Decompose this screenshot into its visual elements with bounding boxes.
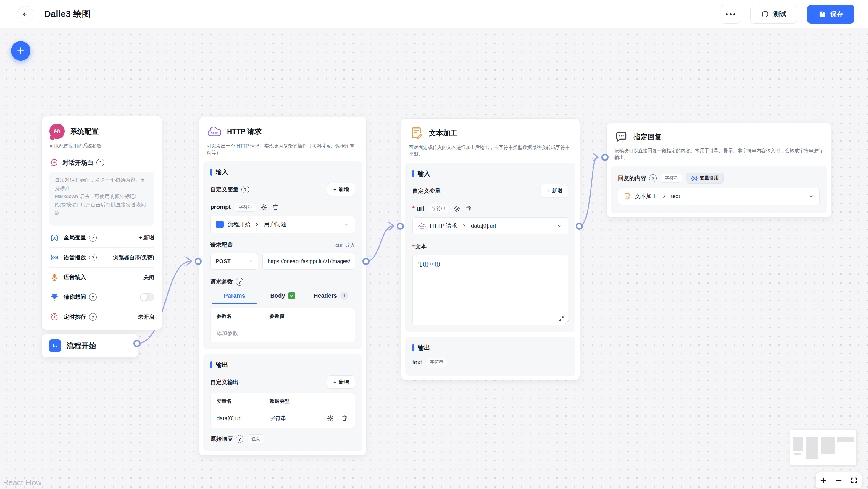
test-button-label: 测试 xyxy=(773,10,786,19)
http-output-panel: 输出 自定义输出 +新增 变量名 数据类型 data[0].url 字符串 xyxy=(203,354,362,451)
ellipsis-icon xyxy=(726,13,736,15)
variable-name: prompt xyxy=(210,204,231,210)
add-variable-button[interactable]: + 新增 xyxy=(139,234,154,241)
trash-icon[interactable] xyxy=(272,203,280,211)
node-http-request[interactable]: HTTP HTTP 请求 可以发出一个 HTTP 请求，实现更为复杂的操作（联网… xyxy=(199,117,367,456)
section-bar xyxy=(412,170,414,177)
add-variable-button[interactable]: +新增 xyxy=(540,184,568,197)
section-bar xyxy=(210,361,212,368)
more-button[interactable] xyxy=(721,5,740,24)
minimap-node xyxy=(794,453,801,455)
save-icon xyxy=(818,10,826,18)
url-reference-select[interactable]: HTTP HTTP 请求 data[0].url xyxy=(412,217,568,234)
col-param-value: 参数值 xyxy=(270,313,285,320)
voice-playback-value: 浏览器自带(免费) xyxy=(113,254,154,261)
template-variable: {{url}} xyxy=(425,260,438,267)
minimap-node xyxy=(793,437,803,451)
tab-headers[interactable]: Headers 1 xyxy=(307,292,355,304)
node-subtitle: 可以配置应用的系统参数 xyxy=(50,142,154,149)
add-output-button[interactable]: +新增 xyxy=(327,376,355,389)
help-icon[interactable]: ? xyxy=(236,278,244,286)
section-bar xyxy=(412,344,414,351)
test-button[interactable]: 测试 xyxy=(750,5,797,24)
node-subtitle: 该模块可以直接回复一段指定的内容。常用于引导、提示。非字符串内容传入时，会转成字… xyxy=(615,147,823,161)
zoom-in-button[interactable] xyxy=(817,472,830,488)
help-icon[interactable]: ? xyxy=(89,293,97,301)
text-label: 文本 xyxy=(415,243,427,251)
back-button[interactable] xyxy=(17,6,33,23)
save-button[interactable]: 保存 xyxy=(807,5,855,24)
node-system-config[interactable]: Hi 系统配置 可以配置应用的系统参数 对话开场白 ? 每次对话开始前，发送一个… xyxy=(41,116,162,330)
zoom-out-button[interactable] xyxy=(832,472,845,488)
row-scheduled-run[interactable]: 定时执行 ? 未开启 xyxy=(50,307,154,327)
check-icon xyxy=(288,292,295,299)
output-section-title: 输出 xyxy=(210,361,355,369)
handle-http-target[interactable] xyxy=(195,258,202,265)
help-icon[interactable]: ? xyxy=(236,435,244,443)
edge-arrow xyxy=(187,258,192,265)
request-params-tabs: Params Body Headers 1 xyxy=(210,292,355,304)
help-icon[interactable]: ? xyxy=(89,313,97,321)
flow-canvas[interactable]: Hi 系统配置 可以配置应用的系统参数 对话开场白 ? 每次对话开始前，发送一个… xyxy=(0,28,868,489)
http-input-panel: 输入 自定义变量 ? +新增 prompt 字符串 xyxy=(203,161,362,349)
expand-icon[interactable] xyxy=(558,316,564,322)
node-specified-reply[interactable]: 指定回复 该模块可以直接回复一段指定的内容。常用于引导、提示。非字符串内容传入时… xyxy=(607,123,831,218)
fit-view-button[interactable] xyxy=(847,472,861,488)
section-bar xyxy=(210,168,212,175)
react-flow-attribution: React Flow xyxy=(3,478,41,487)
chevron-right-icon xyxy=(462,223,467,229)
svg-text:HTTP: HTTP xyxy=(420,226,424,227)
row-voice-playback[interactable]: 语音播放 ? 浏览器自带(免费) xyxy=(50,248,154,267)
request-params-label: 请求参数 xyxy=(210,278,233,286)
tab-body[interactable]: Body xyxy=(258,292,307,304)
help-icon[interactable]: ? xyxy=(89,254,97,261)
custom-output-label: 自定义输出 xyxy=(210,379,239,386)
add-variable-button[interactable]: +新增 xyxy=(327,183,355,196)
svg-text:HTTP: HTTP xyxy=(211,131,218,134)
output-name: text xyxy=(412,359,422,366)
gear-icon[interactable] xyxy=(327,415,335,422)
help-icon[interactable]: ? xyxy=(89,234,97,241)
row-guess-question[interactable]: 猜你想问 ? xyxy=(50,287,154,307)
gear-icon[interactable] xyxy=(260,203,268,211)
minimap[interactable] xyxy=(790,430,857,465)
params-table: 参数名 参数值 添加参数 xyxy=(210,308,355,343)
handle-flow-start-source[interactable] xyxy=(133,340,141,347)
output-section-title: 输出 xyxy=(412,344,568,352)
help-icon[interactable]: ? xyxy=(649,174,657,182)
col-param-name: 参数名 xyxy=(217,313,270,320)
row-global-variables[interactable]: {x} 全局变量 ? + 新增 xyxy=(50,228,154,248)
add-param-placeholder[interactable]: 添加参数 xyxy=(217,330,238,337)
handle-text-target[interactable] xyxy=(397,223,404,230)
handle-http-source[interactable] xyxy=(363,258,370,265)
trash-icon[interactable] xyxy=(341,415,349,422)
curl-import-button[interactable]: curl 导入 xyxy=(336,242,355,249)
reply-reference-select[interactable]: 文本加工 text xyxy=(618,188,820,205)
row-voice-input[interactable]: 语音输入 关闭 xyxy=(50,267,154,287)
tab-params[interactable]: Params xyxy=(210,292,258,304)
node-subtitle: 可对固定或传入的文本进行加工后输出，非字符串类型数据最终会转成字符串类型。 xyxy=(409,144,572,158)
minimap-node xyxy=(821,437,835,454)
welcome-textarea[interactable]: 每次对话开始前，发送一个初始内容。支持标准 Markdown 语法，可使用的额外… xyxy=(50,172,154,226)
output-variable-name: data[0].url xyxy=(217,415,270,422)
url-input[interactable] xyxy=(262,253,355,270)
handle-reply-target[interactable] xyxy=(601,154,609,161)
help-icon[interactable]: ? xyxy=(96,159,104,166)
variable-reference-chip[interactable]: {x} 变量引用 xyxy=(686,173,724,184)
handle-text-source[interactable] xyxy=(576,223,583,230)
voice-broadcast-icon xyxy=(50,253,59,262)
guess-question-toggle[interactable] xyxy=(140,293,154,301)
add-node-button[interactable] xyxy=(11,41,30,61)
system-config-avatar: Hi xyxy=(50,124,65,139)
minimap-node xyxy=(806,437,818,459)
text-template-textarea[interactable]: ![]({{url}}) xyxy=(412,255,568,325)
lightbulb-icon xyxy=(50,293,59,301)
help-icon[interactable]: ? xyxy=(241,186,249,193)
method-select[interactable]: POST xyxy=(210,253,258,270)
node-flow-start[interactable]: I.. 流程开始 xyxy=(41,333,138,358)
node-text-process[interactable]: 文本加工 可对固定或传入的文本进行加工后输出，非字符串类型数据最终会转成字符串类… xyxy=(401,118,580,380)
gear-icon[interactable] xyxy=(453,205,461,213)
reply-content-label: 回复的内容 xyxy=(618,174,646,182)
trash-icon[interactable] xyxy=(465,205,473,213)
prompt-reference-select[interactable]: I 流程开始 用户问题 xyxy=(210,216,355,233)
